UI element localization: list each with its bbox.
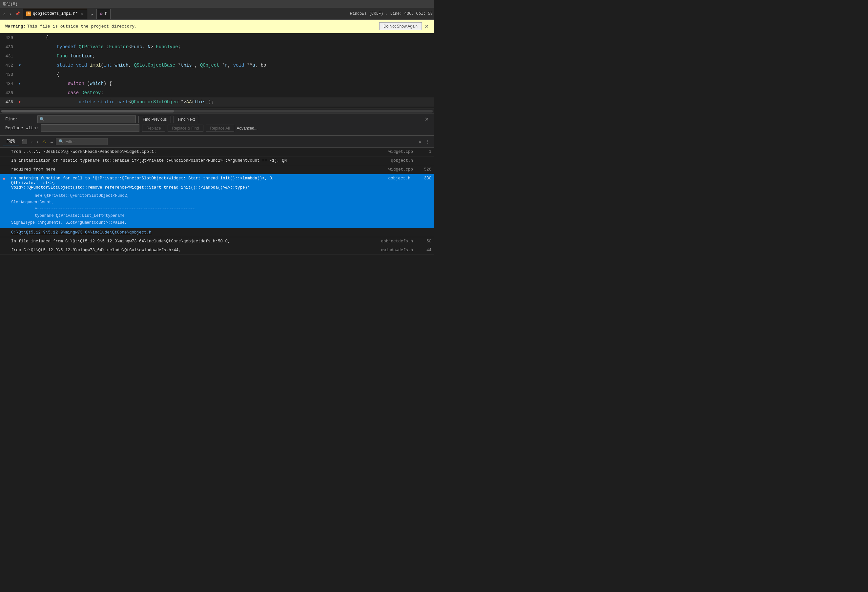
find-next-button[interactable]: Find Next	[174, 116, 199, 123]
prob-main-row-4: ● no matching function for call to 'QtPr…	[3, 176, 431, 190]
find-previous-button[interactable]: Find Previous	[139, 116, 171, 123]
replace-input-wrapper	[41, 124, 139, 132]
prob-file-2: qobject.h	[376, 158, 416, 163]
line-num-433: 433	[0, 72, 17, 77]
prob-file-4: qobject.h	[373, 176, 413, 181]
find-replace-bar: Find: 🔍 Find Previous Find Next ✕ Replac…	[0, 113, 434, 136]
line-num-434: 434	[0, 81, 17, 86]
prob-line-6: 50	[418, 239, 431, 244]
code-line-429: 429 {	[0, 33, 434, 42]
tab-label: qobjectdefs_impl.h*	[33, 12, 78, 16]
problem-row-6[interactable]: In file included from C:\Qt\Qt5.12.9\5.1…	[0, 237, 434, 246]
title-text: 帮助(H)	[3, 1, 18, 7]
tab-dropdown[interactable]: ⌄	[88, 10, 96, 18]
line-content-435: case Destroy:	[22, 90, 434, 96]
prob-message-1: from ..\..\..\Desktop\QT\work\Peach\Peac…	[11, 149, 373, 154]
tab-f-label: f	[105, 12, 107, 16]
find-label: Find:	[5, 117, 35, 122]
replace-find-button[interactable]: Replace & Find	[168, 125, 203, 132]
replace-all-button[interactable]: Replace All	[206, 125, 234, 132]
line-num-432: 432	[0, 63, 17, 68]
prob-message-5: C:\Qt\Qt5.12.9\5.12.9\mingw73_64\include…	[11, 230, 373, 235]
code-line-433: 433 {	[0, 70, 434, 79]
problem-row-4[interactable]: ● no matching function for call to 'QtPr…	[0, 174, 434, 228]
code-line-431: 431 Func function;	[0, 52, 434, 61]
panel-collapse-button[interactable]: ∧	[417, 139, 423, 145]
line-content-429: {	[22, 35, 434, 40]
prob-file-line-4: qobject.h 330	[373, 176, 431, 181]
prob-file-6: qobjectdefs.h	[376, 239, 416, 244]
tab-nav-back[interactable]: ‹	[1, 10, 7, 18]
code-line-432: 432 ▼ static void impl(int which, QSlotO…	[0, 61, 434, 70]
warning-close-button[interactable]: ✕	[425, 23, 429, 30]
prob-file-3: widget.cpp	[376, 167, 416, 172]
tab-problems[interactable]: 问题	[3, 137, 19, 146]
problem-row-5[interactable]: C:\Qt\Qt5.12.9\5.12.9\mingw73_64\include…	[0, 228, 434, 237]
line-content-434: switch (which) {	[22, 81, 434, 86]
title-bar: 帮助(H)	[0, 0, 434, 8]
tab-close-button[interactable]: ×	[80, 12, 84, 16]
prob-message-2: In instantiation of 'static typename std…	[11, 158, 373, 163]
line-num-430: 430	[0, 44, 17, 50]
tab-bar-right: Windows (CRLF) ⌄ Line: 436, Col: 58	[350, 12, 433, 16]
find-search-icon: 🔍	[39, 117, 44, 122]
warning-actions: Do Not Show Again ✕	[379, 22, 429, 30]
scrollbar-thumb[interactable]	[1, 110, 174, 112]
editor-horizontal-scrollbar[interactable]	[0, 109, 434, 113]
warning-bar: Warning: This file is outside the projec…	[0, 20, 434, 33]
prob-line-3: 526	[418, 167, 431, 172]
panel-next-icon[interactable]: ›	[35, 139, 40, 145]
line-ending-info[interactable]: Windows (CRLF) ⌄	[350, 12, 387, 16]
prob-error-icon-4: ●	[3, 176, 9, 182]
replace-button[interactable]: Replace	[142, 125, 165, 132]
prob-line-1: 1	[418, 149, 431, 154]
find-close-button[interactable]: ✕	[425, 116, 429, 123]
line-content-432: static void impl(int which, QSlotObjectB…	[22, 63, 434, 68]
advanced-button[interactable]: Advanced...	[237, 126, 257, 130]
find-row: Find: 🔍 Find Previous Find Next ✕	[5, 115, 429, 123]
prob-line-7: 44	[418, 248, 431, 252]
problems-panel: 问题 ⬛ ‹ › ⚠ ≡ 🔍 ∧ ⋮ from ..\..\..\Desktop…	[0, 136, 434, 255]
filter-input[interactable]	[66, 139, 105, 144]
problem-row-2[interactable]: In instantiation of 'static typename std…	[0, 156, 434, 165]
panel-tab-bar: 问题 ⬛ ‹ › ⚠ ≡ 🔍 ∧ ⋮	[0, 136, 434, 148]
replace-label: Replace with:	[5, 125, 38, 130]
find-input[interactable]	[37, 115, 136, 123]
tab-f[interactable]: ⚙ f	[96, 9, 111, 19]
line-content-433: {	[22, 72, 434, 77]
line-content-431: Func function;	[22, 53, 434, 59]
tab-h-icon: h	[26, 12, 31, 16]
line-content-430: typedef QtPrivate::Functor<Func, N> Func…	[22, 44, 434, 50]
panel-menu-button[interactable]: ⋮	[424, 139, 431, 145]
warning-detail: This file is outside the project directo…	[27, 24, 137, 29]
prob-line-4: 330	[418, 176, 431, 181]
replace-row: Replace with: Replace Replace & Find Rep…	[5, 124, 429, 132]
problem-row-3[interactable]: required from here widget.cpp 526	[0, 165, 434, 174]
problem-row-1[interactable]: from ..\..\..\Desktop\QT\work\Peach\Peac…	[0, 148, 434, 156]
tab-nav-forward[interactable]: ›	[7, 10, 13, 18]
scrollbar-track[interactable]	[1, 110, 433, 112]
tab-pin[interactable]: 📌	[13, 10, 22, 17]
warning-message: Warning: This file is outside the projec…	[5, 24, 137, 29]
prob-message-7: from C:\Qt\Qt5.12.9\5.12.9\mingw73_64\in…	[11, 248, 373, 252]
do-not-show-button[interactable]: Do Not Show Again	[379, 22, 422, 30]
replace-input[interactable]	[41, 124, 139, 132]
problems-table: from ..\..\..\Desktop\QT\work\Peach\Peac…	[0, 148, 434, 255]
panel-warning-icon[interactable]: ⚠	[41, 139, 47, 145]
prob-extra-4: new QtPrivate::QFunctorSlotObject<Func2,…	[3, 192, 195, 226]
panel-build-icon[interactable]: ⬛	[20, 139, 28, 145]
line-num-435: 435	[0, 90, 17, 96]
line-num-431: 431	[0, 54, 17, 59]
code-line-434: 434 ▼ switch (which) {	[0, 79, 434, 88]
prob-message-3: required from here	[11, 167, 373, 172]
panel-prev-icon[interactable]: ‹	[30, 139, 34, 145]
tab-qobjectdefs-impl[interactable]: h qobjectdefs_impl.h* ×	[23, 9, 87, 19]
prob-file-1: widget.cpp	[376, 149, 416, 154]
prob-file-7: qwindowdefs.h	[376, 248, 416, 252]
code-editor[interactable]: 429 { 430 typedef QtPrivate::Functor<Fun…	[0, 33, 434, 109]
line-content-436: delete static_cast<QFunctorSlotObject*>A…	[22, 99, 434, 105]
warning-label: Warning:	[5, 24, 26, 29]
tab-bar: ‹ › 📌 h qobjectdefs_impl.h* × ⌄ ⚙ f Wind…	[0, 8, 434, 20]
panel-filter-icon[interactable]: ≡	[49, 139, 54, 145]
problem-row-7[interactable]: from C:\Qt\Qt5.12.9\5.12.9\mingw73_64\in…	[0, 246, 434, 255]
